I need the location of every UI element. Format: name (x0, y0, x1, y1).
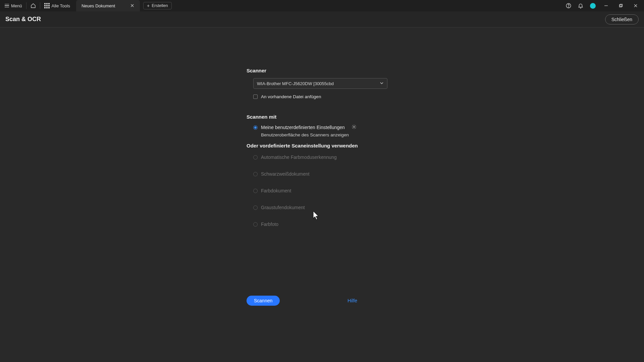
window-minimize-button[interactable] (599, 0, 613, 11)
radio-preset-auto-color[interactable]: Automatische Farbmoduserkennung (253, 155, 387, 160)
home-icon (31, 3, 36, 8)
append-label: An vorhandene Datei anfügen (261, 94, 321, 99)
checkbox-icon (253, 95, 258, 99)
all-tools-label: Alle Tools (52, 3, 70, 8)
radio-preset-bw-document[interactable]: Schwarzweißdokument (253, 171, 387, 177)
close-panel-button[interactable]: Schließen (605, 14, 639, 24)
notifications-button[interactable] (575, 0, 586, 11)
main-area: Scanner WIA-Brother MFC-J5620DW [30055cb… (0, 27, 644, 362)
bell-icon (578, 3, 584, 9)
scan-form: Scanner WIA-Brother MFC-J5620DW [30055cb… (247, 68, 387, 227)
titlebar: Menü Alle Tools Neues Dokument ✕ (0, 0, 644, 11)
close-x-icon: ✕ (130, 3, 135, 8)
minimize-icon (604, 4, 608, 8)
window-close-button[interactable] (629, 0, 643, 11)
titlebar-left: Menü Alle Tools Neues Dokument ✕ (1, 0, 172, 11)
plus-icon: + (147, 3, 150, 8)
radio-label: Automatische Farbmoduserkennung (261, 155, 337, 160)
radio-icon (253, 155, 258, 160)
radio-custom-label: Meine benutzerdefinierten Einstellungen (261, 125, 345, 130)
create-button[interactable]: + Erstellen (143, 2, 172, 9)
radio-custom-settings[interactable]: Meine benutzerdefinierten Einstellungen (253, 124, 387, 130)
scanner-select[interactable]: WIA-Brother MFC-J5620DW [30055cbd (253, 78, 387, 89)
document-tab[interactable]: Neues Dokument ✕ (76, 0, 140, 11)
svg-point-7 (353, 126, 355, 128)
gear-icon (352, 124, 357, 130)
radio-label: Graustufendokument (261, 205, 305, 210)
radio-icon (253, 172, 258, 176)
preset-heading: Oder vordefinierte Scaneinstellung verwe… (247, 143, 387, 148)
all-tools-button[interactable]: Alle Tools (41, 0, 73, 11)
account-avatar[interactable] (587, 0, 598, 11)
radio-icon (253, 205, 258, 210)
separator (40, 2, 40, 9)
help-icon-button[interactable] (563, 0, 574, 11)
radio-icon (253, 222, 258, 227)
menu-label: Menü (11, 3, 22, 8)
maximize-icon (619, 4, 623, 8)
tab-label: Neues Dokument (82, 3, 115, 8)
menu-button[interactable]: Menü (1, 0, 25, 11)
radio-preset-grayscale-document[interactable]: Graustufendokument (253, 205, 387, 210)
chevron-down-icon (380, 81, 384, 86)
avatar-icon (590, 3, 596, 9)
append-checkbox[interactable]: An vorhandene Datei anfügen (253, 94, 387, 99)
preset-list: Automatische Farbmoduserkennung Schwarzw… (247, 155, 387, 227)
radio-icon (253, 125, 258, 130)
scan-button[interactable]: Scannen (247, 296, 280, 306)
grid-icon (44, 3, 50, 8)
radio-icon (253, 189, 258, 193)
tab-close-button[interactable]: ✕ (129, 3, 136, 9)
scanner-selected-value: WIA-Brother MFC-J5620DW [30055cbd (257, 81, 334, 86)
radio-label: Farbfoto (261, 222, 278, 227)
custom-settings-gear-button[interactable] (352, 124, 357, 130)
help-circle-icon (566, 3, 572, 9)
radio-label: Farbdokument (261, 188, 291, 193)
hamburger-icon (5, 4, 9, 8)
separator (26, 2, 26, 9)
create-label: Erstellen (152, 3, 168, 8)
home-button[interactable] (27, 0, 39, 11)
page-title: Scan & OCR (5, 16, 41, 23)
radio-preset-color-document[interactable]: Farbdokument (253, 188, 387, 193)
window-maximize-button[interactable] (614, 0, 628, 11)
radio-custom-sublabel: Benutzeroberfläche des Scanners anzeigen (261, 132, 387, 137)
help-link[interactable]: Hilfe (347, 298, 357, 303)
action-row: Scannen Hilfe (247, 296, 387, 306)
svg-point-1 (568, 7, 569, 7)
tool-header: Scan & OCR Schließen (0, 11, 644, 27)
close-icon (634, 4, 638, 8)
radio-label: Schwarzweißdokument (261, 171, 310, 177)
scan-with-heading: Scannen mit (247, 114, 387, 120)
titlebar-right (563, 0, 643, 11)
scanner-heading: Scanner (247, 68, 387, 73)
radio-preset-color-photo[interactable]: Farbfoto (253, 222, 387, 227)
